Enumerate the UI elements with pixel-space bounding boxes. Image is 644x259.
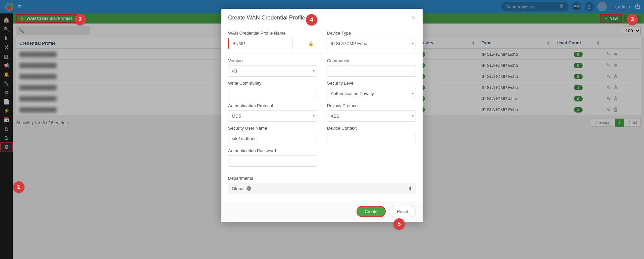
departments-select[interactable]: Global × ▲▼ bbox=[228, 183, 416, 194]
label-departments: Departments bbox=[228, 176, 416, 181]
callout-2: 2 bbox=[74, 14, 86, 25]
version-select[interactable]: V3▾ bbox=[228, 65, 317, 77]
updown-icon[interactable]: ▲▼ bbox=[408, 186, 412, 191]
lock-icon: 🔒 bbox=[308, 41, 314, 46]
device-context-input[interactable] bbox=[327, 133, 416, 144]
callout-5: 5 bbox=[393, 218, 405, 230]
reset-button[interactable]: Reset bbox=[389, 206, 416, 217]
remove-tag-icon[interactable]: × bbox=[247, 186, 251, 191]
modal-footer: Create Reset bbox=[221, 201, 423, 222]
label-privacy-protocol: Privacy Protocol bbox=[327, 103, 416, 108]
modal-title: Create WAN Credential Profile bbox=[228, 14, 305, 21]
label-community: Community bbox=[327, 58, 416, 63]
create-button[interactable]: Create bbox=[357, 206, 386, 217]
callout-1: 1 bbox=[13, 181, 24, 193]
department-tag: Global × bbox=[232, 186, 251, 191]
label-profile-name: WAN Credential Profile Name bbox=[228, 31, 317, 36]
chevron-down-icon: ▾ bbox=[308, 111, 317, 121]
callout-4: 4 bbox=[306, 14, 317, 26]
write-community-input[interactable] bbox=[228, 88, 317, 99]
label-security-level: Security Level bbox=[327, 81, 416, 86]
modal-header: Create WAN Credential Profile × bbox=[221, 9, 423, 27]
label-version: Version bbox=[228, 58, 317, 63]
label-auth-password: Authentication Password bbox=[228, 148, 317, 153]
close-icon[interactable]: × bbox=[412, 13, 416, 22]
community-input[interactable] bbox=[327, 65, 416, 77]
privacy-protocol-select[interactable]: AES▾ bbox=[327, 110, 416, 122]
chevron-down-icon: ▾ bbox=[308, 66, 317, 76]
auth-password-input[interactable] bbox=[228, 155, 317, 167]
label-write-community: Write Community bbox=[228, 81, 317, 86]
create-credential-modal: Create WAN Credential Profile × WAN Cred… bbox=[221, 9, 423, 222]
label-auth-protocol: Authentication Protocol bbox=[228, 103, 317, 108]
label-security-user: Security User Name bbox=[228, 126, 317, 131]
chevron-down-icon: ▾ bbox=[407, 38, 416, 49]
profile-name-input[interactable] bbox=[228, 38, 292, 49]
chevron-down-icon: ▾ bbox=[407, 111, 416, 121]
device-type-select[interactable]: IP SLA ICMP Echo▾ bbox=[327, 38, 416, 49]
callout-3: 3 bbox=[627, 14, 638, 25]
label-device-context: Device Context bbox=[327, 126, 416, 131]
chevron-down-icon: ▾ bbox=[407, 88, 416, 99]
security-level-select[interactable]: Authentication Privacy▾ bbox=[327, 88, 416, 99]
label-device-type: Device Type bbox=[327, 31, 416, 36]
security-user-input[interactable] bbox=[228, 133, 317, 144]
auth-protocol-select[interactable]: MD5▾ bbox=[228, 110, 317, 122]
